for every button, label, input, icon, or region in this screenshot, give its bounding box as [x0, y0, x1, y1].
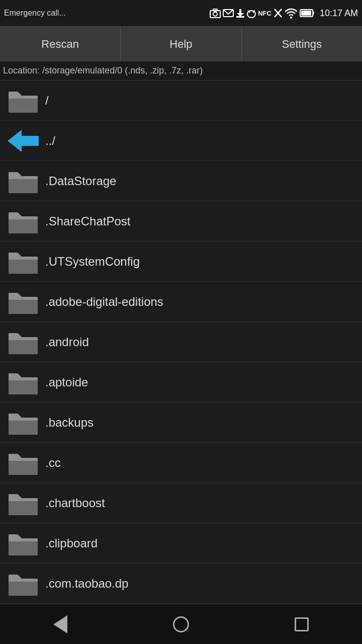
- status-icons: NFC 10:17 AM: [210, 8, 358, 19]
- folder-icon: [6, 87, 40, 115]
- svg-rect-15: [301, 11, 311, 16]
- rescan-button[interactable]: Rescan: [0, 27, 121, 61]
- back-triangle-icon: [53, 615, 67, 633]
- file-name: .adobe-digital-editions: [45, 295, 163, 309]
- file-name: .cc: [45, 456, 61, 470]
- android-icon: [247, 8, 256, 18]
- file-name: .aptoide: [45, 375, 88, 389]
- status-time: 10:17 AM: [320, 8, 358, 19]
- file-name: .UTSystemConfig: [45, 255, 140, 269]
- svg-point-12: [290, 17, 292, 19]
- file-name: .DataStorage: [45, 174, 116, 188]
- folder-icon: [6, 529, 40, 557]
- folder-icon: [6, 409, 40, 437]
- list-item[interactable]: .UTSystemConfig: [0, 242, 362, 282]
- file-name: /: [45, 94, 49, 108]
- file-name: .chartboost: [45, 496, 105, 510]
- list-item[interactable]: .adobe-digital-editions: [0, 282, 362, 322]
- home-circle-icon: [173, 616, 189, 632]
- settings-button[interactable]: Settings: [242, 27, 362, 61]
- file-name: .backups: [45, 416, 94, 430]
- nav-recents-button[interactable]: [287, 609, 317, 639]
- file-name: ../: [45, 134, 55, 148]
- battery-icon: [300, 9, 315, 18]
- list-item[interactable]: /: [0, 80, 362, 121]
- list-item[interactable]: .DataStorage: [0, 161, 362, 201]
- svg-rect-14: [313, 12, 314, 15]
- list-item[interactable]: .ShareChatPost: [0, 201, 362, 242]
- mail-icon: [223, 8, 234, 18]
- list-item[interactable]: .aptoide: [0, 362, 362, 403]
- svg-point-1: [213, 12, 217, 16]
- list-item[interactable]: ../: [0, 121, 362, 161]
- wifi-icon: [285, 8, 298, 19]
- nav-bar: [0, 604, 362, 644]
- folder-icon: [6, 368, 40, 396]
- folder-icon: [6, 167, 40, 195]
- file-name: .com.taobao.dp: [45, 577, 128, 591]
- list-item[interactable]: .android: [0, 322, 362, 362]
- file-name: .ShareChatPost: [45, 214, 130, 228]
- svg-marker-6: [237, 13, 244, 17]
- folder-icon: [6, 207, 40, 235]
- back-icon: [6, 127, 40, 155]
- folder-icon: [6, 489, 40, 517]
- list-item[interactable]: .cc: [0, 443, 362, 483]
- status-title: Emergency call...: [4, 9, 66, 18]
- list-item[interactable]: .backups: [0, 403, 362, 443]
- folder-icon: [6, 570, 40, 598]
- x-icon: [274, 8, 283, 18]
- list-item[interactable]: .com.taobao.dp: [0, 564, 362, 604]
- svg-marker-16: [8, 130, 39, 152]
- file-name: .clipboard: [45, 536, 98, 550]
- nav-home-button[interactable]: [166, 609, 196, 639]
- camera-icon: [210, 8, 221, 18]
- download-icon: [236, 8, 245, 18]
- file-name: .android: [45, 335, 89, 349]
- list-item[interactable]: .clipboard: [0, 523, 362, 564]
- folder-icon: [6, 328, 40, 356]
- location-bar: Location: /storage/emulated/0 (.nds, .zi…: [0, 61, 362, 80]
- location-text: Location: /storage/emulated/0 (.nds, .zi…: [3, 65, 203, 75]
- toolbar: Rescan Help Settings: [0, 26, 362, 61]
- folder-icon: [6, 248, 40, 276]
- folder-icon: [6, 288, 40, 316]
- folder-icon: [6, 449, 40, 477]
- status-bar: Emergency call... NFC: [0, 0, 362, 26]
- file-list: / ../: [0, 80, 362, 604]
- nav-back-button[interactable]: [45, 609, 75, 639]
- recents-square-icon: [295, 617, 309, 631]
- list-item[interactable]: .chartboost: [0, 483, 362, 523]
- nfc-icon: NFC: [258, 10, 272, 17]
- help-button[interactable]: Help: [121, 27, 241, 61]
